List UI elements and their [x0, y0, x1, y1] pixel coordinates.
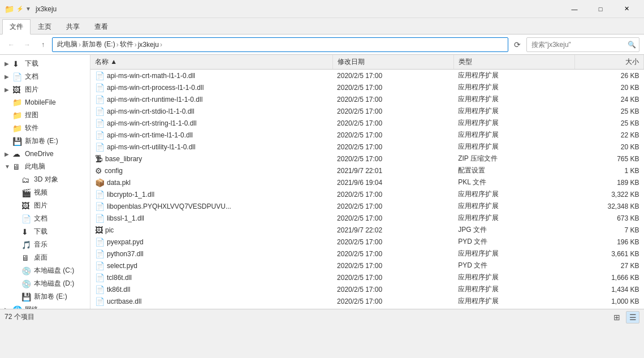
- file-type: 应用程序扩展: [453, 129, 574, 141]
- path-sep-2: ›: [116, 41, 119, 49]
- table-row[interactable]: 📄 tk86t.dll 2020/2/5 17:00 应用程序扩展 1,434 …: [90, 283, 644, 295]
- file-size: 20 KB: [574, 81, 643, 93]
- file-type-icon: 📄: [95, 309, 105, 309]
- search-input[interactable]: [526, 37, 639, 52]
- table-row[interactable]: 📄 python37.dll 2020/2/5 17:00 应用程序扩展 3,6…: [90, 248, 644, 260]
- refresh-button[interactable]: ⟳: [511, 38, 524, 51]
- forward-button[interactable]: →: [20, 38, 34, 51]
- sidebar-label: 下载: [25, 59, 38, 68]
- sidebar-item-documents[interactable]: ▶ 📄 文档: [0, 70, 90, 83]
- sidebar-item-mypc[interactable]: ▼ 🖥 此电脑: [0, 160, 90, 173]
- table-row[interactable]: 📄 tcl86t.dll 2020/2/5 17:00 应用程序扩展 1,666…: [90, 271, 644, 283]
- sidebar-item-sketch[interactable]: ▶ 📁 捏图: [0, 109, 90, 122]
- table-row[interactable]: 📄 api-ms-win-crt-stdio-l1-1-0.dll 2020/2…: [90, 105, 644, 117]
- file-type: JPG 文件: [453, 224, 574, 236]
- file-name: libssl-1_1.dll: [107, 214, 144, 222]
- file-type-icon: 📄: [95, 249, 105, 258]
- table-row[interactable]: 🗜 base_library 2020/2/5 17:00 ZIP 压缩文件 7…: [90, 153, 644, 165]
- file-type: ZIP 压缩文件: [453, 153, 574, 165]
- sidebar-item-drive-c[interactable]: ▶ 💿 本地磁盘 (C:): [9, 264, 90, 277]
- table-row[interactable]: 📄 libcrypto-1_1.dll 2020/2/5 17:00 应用程序扩…: [90, 188, 644, 200]
- sidebar-item-pics2[interactable]: ▶ 🖼 图片: [9, 199, 90, 212]
- tab-file[interactable]: 文件: [2, 19, 31, 34]
- table-row[interactable]: 🖼 pic 2021/9/7 22:02 JPG 文件 7 KB: [90, 224, 644, 236]
- sidebar-item-desktop[interactable]: ▶ 🖥 桌面: [9, 251, 90, 264]
- back-button[interactable]: ←: [5, 38, 18, 51]
- sidebar-item-3dobjects[interactable]: ▶ 🗂 3D 对象: [9, 173, 90, 186]
- tab-share[interactable]: 共享: [59, 19, 87, 34]
- table-row[interactable]: 📦 data.pkl 2021/9/6 19:04 PKL 文件 189 KB: [90, 176, 644, 188]
- col-name[interactable]: 名称 ▲: [90, 55, 332, 70]
- maximize-button[interactable]: □: [587, 0, 613, 18]
- table-row[interactable]: 📄 api-ms-win-crt-math-l1-1-0.dll 2020/2/…: [90, 70, 644, 82]
- window-controls: — □ ✕: [561, 0, 639, 18]
- sidebar-label: 音乐: [34, 240, 47, 249]
- doc-icon: 📄: [21, 214, 32, 223]
- expand-icon: ▶: [5, 61, 10, 67]
- path-folder: jx3keju: [138, 41, 159, 49]
- tab-home[interactable]: 主页: [31, 19, 59, 34]
- view-grid-button[interactable]: ⊞: [610, 311, 624, 324]
- table-row[interactable]: 📄 libssl-1_1.dll 2020/2/5 17:00 应用程序扩展 6…: [90, 212, 644, 224]
- sidebar-item-network[interactable]: ▶ 🌐 网络: [0, 303, 90, 309]
- file-name-cell: 📄 python37.dll: [90, 248, 332, 260]
- table-row[interactable]: 📄 unicodedata.pyd 2020/2/5 17:00 PYD 文件 …: [90, 307, 644, 309]
- expand-icon: ▶: [5, 151, 10, 157]
- download-icon: ⬇: [21, 227, 32, 236]
- minimize-button[interactable]: —: [561, 0, 587, 18]
- sidebar-item-newvol-e-quick[interactable]: ▶ 💾 新加卷 (E:): [0, 135, 90, 148]
- view-list-button[interactable]: ☰: [626, 311, 639, 324]
- table-row[interactable]: 📄 ucrtbase.dll 2020/2/5 17:00 应用程序扩展 1,0…: [90, 295, 644, 307]
- sidebar-item-dl2[interactable]: ▶ ⬇ 下载: [9, 225, 90, 238]
- close-button[interactable]: ✕: [613, 0, 639, 18]
- sidebar-item-drive-d[interactable]: ▶ 💿 本地磁盘 (D:): [9, 277, 90, 290]
- file-type-icon: ⚙: [95, 166, 102, 175]
- table-row[interactable]: 📄 api-ms-win-crt-process-l1-1-0.dll 2020…: [90, 81, 644, 93]
- sidebar-item-drive-e[interactable]: ▶ 💾 新加卷 (E:): [9, 290, 90, 303]
- file-date: 2021/9/7 22:02: [332, 224, 453, 236]
- table-row[interactable]: 📄 select.pyd 2020/2/5 17:00 PYD 文件 27 KB: [90, 260, 644, 271]
- tab-view[interactable]: 查看: [87, 19, 115, 34]
- table-row[interactable]: 📄 api-ms-win-crt-time-l1-1-0.dll 2020/2/…: [90, 129, 644, 141]
- file-type-icon: 📄: [95, 297, 105, 306]
- table-row[interactable]: 📄 api-ms-win-crt-utility-l1-1-0.dll 2020…: [90, 141, 644, 153]
- sidebar-item-docs2[interactable]: ▶ 📄 文档: [9, 212, 90, 225]
- network-icon: 🌐: [12, 305, 23, 309]
- status-bar: 72 个项目 ⊞ ☰: [0, 309, 644, 325]
- file-name: api-ms-win-crt-utility-l1-1-0.dll: [107, 143, 196, 151]
- sidebar-item-onedrive[interactable]: ▶ ☁ OneDrive: [0, 148, 90, 160]
- sidebar-item-download[interactable]: ▶ ⬇ 下载: [0, 57, 90, 70]
- table-row[interactable]: 📄 api-ms-win-crt-string-l1-1-0.dll 2020/…: [90, 117, 644, 129]
- sidebar-item-videos[interactable]: ▶ 🎬 视频: [9, 186, 90, 199]
- col-date[interactable]: 修改日期: [332, 55, 453, 70]
- file-name-cell: 📄 api-ms-win-crt-utility-l1-1-0.dll: [90, 141, 332, 153]
- address-path[interactable]: 此电脑 › 新加卷 (E:) › 软件 › jx3keju ›: [52, 37, 508, 52]
- file-name: api-ms-win-crt-runtime-l1-1-0.dll: [107, 96, 202, 103]
- file-type-icon: 🗜: [95, 154, 103, 163]
- file-size: 7 KB: [574, 224, 643, 236]
- sidebar-item-mobilefile[interactable]: ▶ 📁 MobileFile: [0, 96, 90, 109]
- sidebar-label: 图片: [25, 85, 38, 94]
- file-area[interactable]: 名称 ▲ 修改日期 类型 大小 📄 api-ms-win-crt-math-l1…: [90, 55, 644, 309]
- expand-icon: ▶: [5, 87, 10, 93]
- col-size[interactable]: 大小: [574, 55, 643, 70]
- sidebar-label: 本地磁盘 (D:): [34, 279, 74, 288]
- sidebar-item-music[interactable]: ▶ 🎵 音乐: [9, 238, 90, 251]
- file-name-cell: 📄 api-ms-win-crt-process-l1-1-0.dll: [90, 81, 332, 93]
- table-row[interactable]: 📄 api-ms-win-crt-runtime-l1-1-0.dll 2020…: [90, 93, 644, 105]
- file-date: 2020/2/5 17:00: [332, 188, 453, 200]
- table-row[interactable]: 📄 pyexpat.pyd 2020/2/5 17:00 PYD 文件 196 …: [90, 236, 644, 248]
- file-name-cell: 📄 tk86t.dll: [90, 283, 332, 295]
- col-type[interactable]: 类型: [453, 55, 574, 70]
- expand-icon: ▼: [5, 163, 10, 170]
- sidebar-item-pictures[interactable]: ▶ 🖼 图片: [0, 83, 90, 96]
- drive-icon: 💾: [12, 137, 23, 146]
- table-row[interactable]: 📄 libopenblas.PYQHXLVVQ7VESDPUVU... 2020…: [90, 200, 644, 212]
- up-button[interactable]: ↑: [36, 38, 50, 51]
- file-date: 2020/2/5 17:00: [332, 153, 453, 165]
- sidebar-item-software[interactable]: ▶ 📁 软件: [0, 122, 90, 135]
- table-row[interactable]: ⚙ config 2021/9/7 22:01 配置设置 1 KB: [90, 165, 644, 176]
- file-type: 应用程序扩展: [453, 81, 574, 93]
- file-name: api-ms-win-crt-process-l1-1-0.dll: [107, 84, 204, 92]
- file-table-header: 名称 ▲ 修改日期 类型 大小: [90, 55, 644, 70]
